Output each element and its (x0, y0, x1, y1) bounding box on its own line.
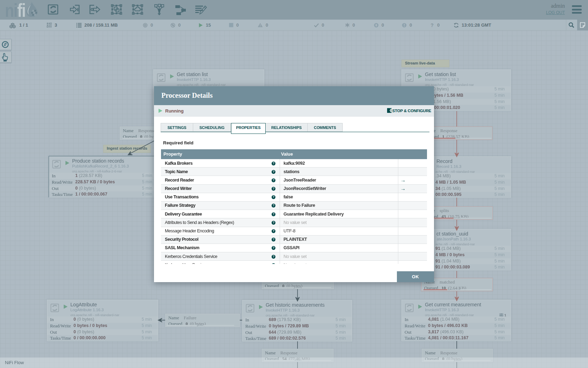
svg-text:?: ? (430, 23, 434, 28)
